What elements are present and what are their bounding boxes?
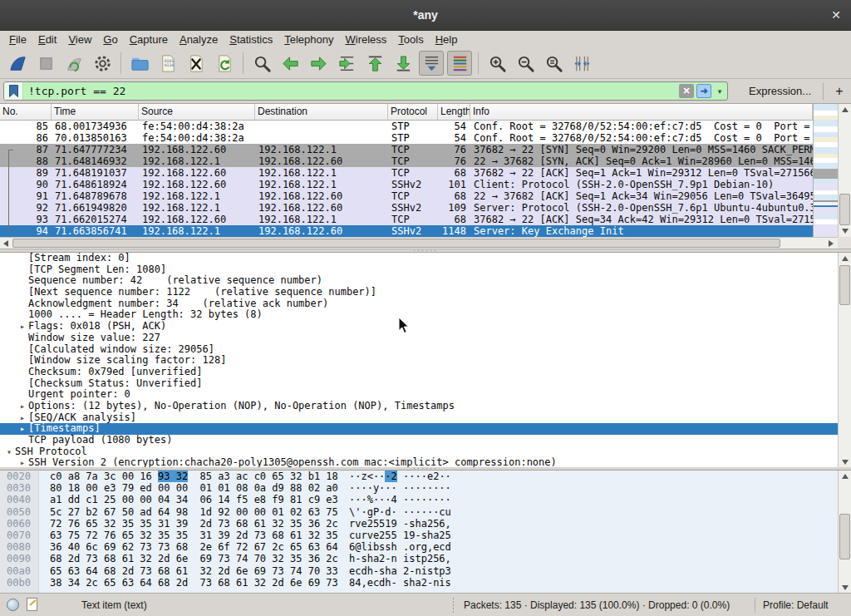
hex-row[interactable]: 0020c0 a8 7a 3c 00 16 93 32 85 a3 ac c0 …: [0, 471, 851, 482]
scroll-down-icon[interactable]: [839, 225, 851, 237]
menu-wireless[interactable]: Wireless: [340, 32, 393, 47]
column-header-info[interactable]: Info: [470, 104, 813, 120]
column-header-destination[interactable]: Destination: [255, 104, 388, 120]
column-header-length[interactable]: Length: [438, 104, 470, 120]
detail-line[interactable]: [Calculated window size: 29056]: [0, 344, 851, 356]
close-icon[interactable]: ✕: [831, 7, 841, 22]
detail-line[interactable]: TCP payload (1080 bytes): [0, 435, 851, 446]
column-header-no[interactable]: No.: [0, 104, 52, 120]
collapsed-arrow-icon[interactable]: ▸: [17, 412, 28, 424]
packet-row[interactable]: 9171.648789678192.168.122.1192.168.122.6…: [0, 190, 813, 202]
detail-line[interactable]: Urgent pointer: 0: [0, 389, 851, 401]
bytes-vscrollbar[interactable]: [838, 471, 851, 593]
filter-bookmark-button[interactable]: [4, 82, 23, 100]
hex-row[interactable]: 0040a1 dd c1 25 00 00 04 34 06 14 f5 e8 …: [0, 494, 851, 505]
capture-options-button[interactable]: [90, 51, 115, 76]
hex-row[interactable]: 00b038 34 2c 65 63 64 68 2d 73 68 61 32 …: [0, 577, 851, 589]
hex-row[interactable]: 00a065 63 64 68 2d 73 68 61 32 2d 6e 69 …: [0, 565, 851, 577]
menu-analyze[interactable]: Analyze: [174, 32, 224, 47]
open-file-button[interactable]: [127, 51, 152, 76]
detail-line[interactable]: [Stream index: 0]: [0, 253, 851, 264]
scrollbar-thumb[interactable]: [839, 514, 850, 559]
hex-row[interactable]: 00505c 27 b2 67 50 ad 64 98 1d 92 00 00 …: [0, 506, 851, 518]
detail-line[interactable]: ▸[Timestamps]: [0, 423, 851, 435]
reload-file-button[interactable]: [212, 51, 237, 76]
menu-file[interactable]: File: [3, 32, 32, 47]
detail-line[interactable]: ▾SSH Protocol: [0, 446, 851, 458]
hex-row[interactable]: 007063 75 72 76 65 32 35 35 31 39 2d 73 …: [0, 530, 851, 541]
profile-text[interactable]: Profile: Default: [763, 599, 829, 611]
detail-line[interactable]: ▸[SEQ/ACK analysis]: [0, 412, 851, 424]
detail-line[interactable]: [Next sequence number: 1122 (relative se…: [0, 287, 851, 298]
menu-tools[interactable]: Tools: [392, 32, 429, 47]
detail-line[interactable]: ▸Flags: 0x018 (PSH, ACK): [0, 321, 851, 333]
collapsed-arrow-icon[interactable]: ▸: [17, 321, 28, 333]
scrollbar-thumb[interactable]: [839, 265, 850, 305]
filter-clear-button[interactable]: ✕: [679, 84, 694, 98]
scroll-down-icon[interactable]: [839, 582, 851, 593]
packet-row[interactable]: 8670.013850163fe:54:00:d4:38:2aSTP54Conf…: [0, 132, 813, 144]
column-header-protocol[interactable]: Protocol: [388, 104, 438, 120]
packet-row[interactable]: 8871.648146932192.168.122.1192.168.122.6…: [0, 155, 813, 167]
zoom-out-button[interactable]: [513, 51, 538, 76]
expression-button[interactable]: Expression...: [749, 85, 811, 97]
scroll-right-icon[interactable]: [825, 238, 837, 249]
column-header-time[interactable]: Time: [52, 104, 139, 120]
packet-row[interactable]: 8568.001734936fe:54:00:d4:38:2aSTP54Conf…: [0, 121, 813, 132]
menu-go[interactable]: Go: [97, 32, 123, 47]
packet-row[interactable]: 9471.663856741192.168.122.1192.168.122.6…: [0, 225, 813, 237]
detail-line[interactable]: [Window size scaling factor: 128]: [0, 355, 851, 367]
menu-statistics[interactable]: Statistics: [224, 32, 278, 47]
packet-row[interactable]: 9271.661949820192.168.122.1192.168.122.6…: [0, 202, 813, 214]
auto-scroll-button[interactable]: [419, 51, 444, 76]
packet-list-header[interactable]: No.TimeSourceDestinationProtocolLengthIn…: [0, 104, 813, 121]
hex-row[interactable]: 006072 76 65 32 35 35 31 39 2d 73 68 61 …: [0, 518, 851, 530]
menu-capture[interactable]: Capture: [124, 32, 174, 47]
scroll-up-icon[interactable]: [839, 104, 851, 116]
packet-row[interactable]: 9371.662015274192.168.122.60192.168.122.…: [0, 214, 813, 225]
menu-view[interactable]: View: [62, 32, 97, 47]
filter-apply-button[interactable]: ➜: [696, 84, 711, 98]
collapsed-arrow-icon[interactable]: ▸: [17, 423, 28, 435]
go-to-packet-button[interactable]: [334, 51, 359, 76]
hex-row[interactable]: 009068 2d 73 68 61 32 2d 6e 69 73 74 70 …: [0, 553, 851, 564]
packet-row[interactable]: 9071.648618924192.168.122.60192.168.122.…: [0, 179, 813, 190]
hex-row[interactable]: 008036 40 6c 69 62 73 73 68 2e 6f 72 67 …: [0, 541, 851, 553]
save-file-button[interactable]: 01010110: [155, 51, 180, 76]
go-forward-button[interactable]: [306, 51, 331, 76]
zoom-original-button[interactable]: [541, 51, 566, 76]
hex-dump[interactable]: 0020c0 a8 7a 3c 00 16 93 32 85 a3 ac c0 …: [0, 471, 851, 589]
detail-line[interactable]: Sequence number: 42 (relative sequence n…: [0, 275, 851, 287]
detail-line[interactable]: [Checksum Status: Unverified]: [0, 378, 851, 390]
colorize-button[interactable]: [447, 51, 472, 76]
detail-line[interactable]: [TCP Segment Len: 1080]: [0, 264, 851, 276]
go-back-button[interactable]: [278, 51, 303, 76]
scroll-left-icon[interactable]: [0, 238, 12, 249]
zoom-in-button[interactable]: [485, 51, 509, 76]
details-vscrollbar[interactable]: [838, 253, 851, 467]
scrollbar-thumb[interactable]: [12, 239, 780, 248]
scrollbar-thumb[interactable]: [839, 194, 850, 225]
menu-edit[interactable]: Edit: [32, 32, 62, 47]
capture-comment-icon[interactable]: [27, 598, 37, 611]
start-capture-button[interactable]: [5, 51, 30, 76]
collapsed-arrow-icon[interactable]: ▸: [17, 457, 28, 467]
scroll-down-icon[interactable]: [839, 456, 851, 467]
intelligent-scrollbar-minimap[interactable]: [813, 104, 838, 237]
detail-line[interactable]: 1000 .... = Header Length: 32 bytes (8): [0, 309, 851, 321]
filter-expression-text[interactable]: !tcp.port == 22: [23, 85, 679, 97]
menu-help[interactable]: Help: [430, 32, 464, 47]
packet-list-vscrollbar[interactable]: [838, 104, 851, 237]
column-header-source[interactable]: Source: [139, 104, 255, 120]
detail-line[interactable]: Acknowledgment number: 34 (relative ack …: [0, 298, 851, 310]
go-bottom-button[interactable]: [391, 51, 416, 76]
packet-row[interactable]: 8771.647777234192.168.122.60192.168.122.…: [0, 144, 813, 155]
restart-capture-button[interactable]: [61, 51, 86, 76]
expert-info-icon[interactable]: [7, 599, 19, 611]
scroll-up-icon[interactable]: [839, 253, 851, 264]
resize-columns-button[interactable]: [569, 51, 594, 76]
detail-line[interactable]: Window size value: 227: [0, 333, 851, 344]
collapsed-arrow-icon[interactable]: ▸: [17, 401, 28, 412]
stop-capture-button[interactable]: [33, 51, 58, 76]
filter-history-dropdown[interactable]: ▾: [714, 87, 726, 96]
